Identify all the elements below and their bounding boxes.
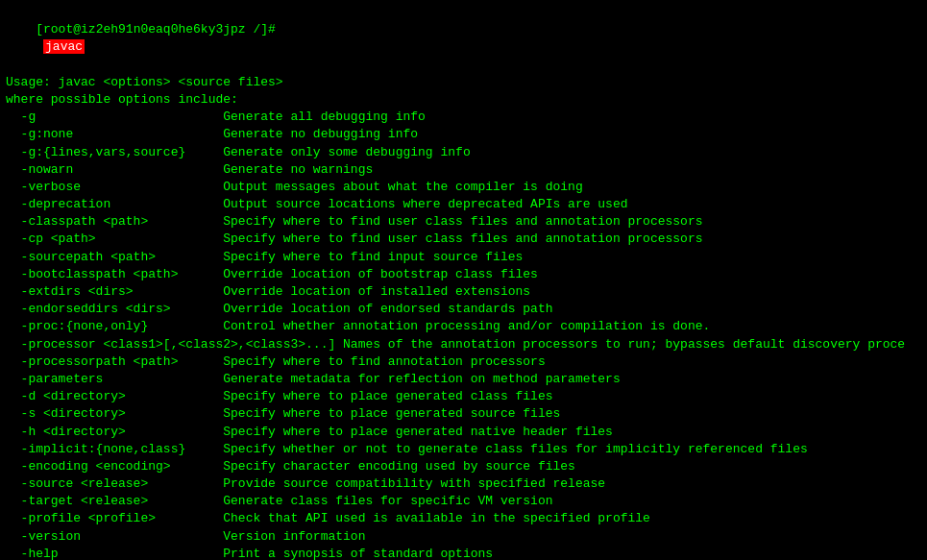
output-line: -parameters Generate metadata for reflec… <box>6 371 921 388</box>
terminal: [root@iz2eh91n0eaq0he6ky3jpz /]# javac U… <box>0 0 927 560</box>
output-line: -help Print a synopsis of standard optio… <box>6 546 921 560</box>
output-line: -profile <profile> Check that API used i… <box>6 510 921 527</box>
output-line: -endorseddirs <dirs> Override location o… <box>6 301 921 318</box>
prompt: [root@iz2eh91n0eaq0he6ky3jpz /]# <box>36 22 276 37</box>
output-line: -version Version information <box>6 528 921 546</box>
output-lines: Usage: javac <options> <source files>whe… <box>6 74 921 560</box>
output-line: -classpath <path> Specify where to find … <box>6 213 921 231</box>
output-line: -proc:{none,only} Control whether annota… <box>6 318 921 335</box>
first-prompt-line: [root@iz2eh91n0eaq0he6ky3jpz /]# javac <box>6 4 921 74</box>
output-line: -d <directory> Specify where to place ge… <box>6 388 921 405</box>
output-line: -g:{lines,vars,source} Generate only som… <box>6 144 921 161</box>
output-line: -implicit:{none,class} Specify whether o… <box>6 441 921 458</box>
output-line: -cp <path> Specify where to find user cl… <box>6 231 921 248</box>
output-line: -processor <class1>[,<class2>,<class3>..… <box>6 336 921 353</box>
output-line: -encoding <encoding> Specify character e… <box>6 458 921 475</box>
output-line: -nowarn Generate no warnings <box>6 161 921 179</box>
output-line: -h <directory> Specify where to place ge… <box>6 424 921 441</box>
output-line: -bootclasspath <path> Override location … <box>6 266 921 283</box>
output-line: Usage: javac <options> <source files> <box>6 74 921 91</box>
output-line: -s <directory> Specify where to place ge… <box>6 405 921 423</box>
output-line: -source <release> Provide source compati… <box>6 475 921 493</box>
output-line: -target <release> Generate class files f… <box>6 493 921 510</box>
output-line: -processorpath <path> Specify where to f… <box>6 353 921 371</box>
output-line: -extdirs <dirs> Override location of ins… <box>6 283 921 301</box>
output-line: where possible options include: <box>6 91 921 109</box>
output-line: -deprecation Output source locations whe… <box>6 196 921 213</box>
output-line: -g:none Generate no debugging info <box>6 126 921 143</box>
output-line: -g Generate all debugging info <box>6 109 921 126</box>
command: javac <box>43 39 85 54</box>
output-line: -sourcepath <path> Specify where to find… <box>6 249 921 266</box>
output-line: -verbose Output messages about what the … <box>6 179 921 196</box>
